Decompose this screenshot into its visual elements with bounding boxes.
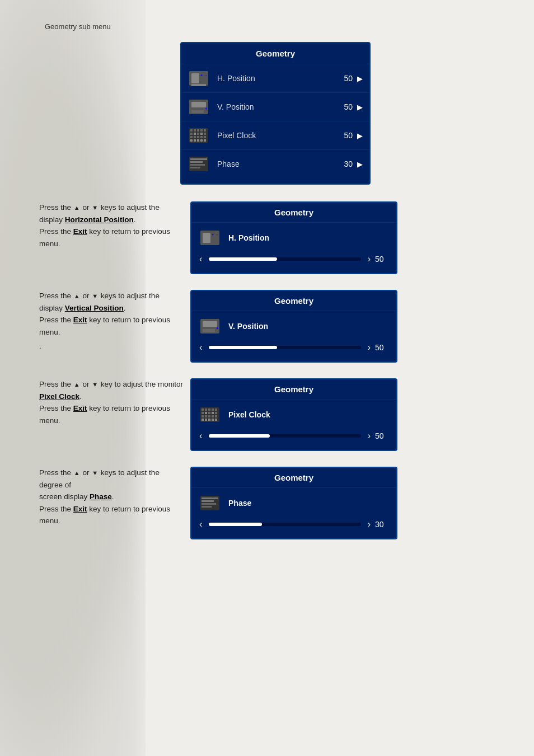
svg-rect-40 xyxy=(203,321,217,327)
svg-rect-60 xyxy=(205,419,207,421)
svg-rect-34 xyxy=(190,167,200,168)
svg-rect-65 xyxy=(202,497,218,499)
slider-left-icon: ‹ xyxy=(199,254,202,264)
menu-row-vposition[interactable]: + V. Position 50 ▶ xyxy=(181,93,369,121)
phase-arrow: ▶ xyxy=(357,160,363,168)
phase-slider-track[interactable] xyxy=(209,523,360,526)
svg-rect-33 xyxy=(190,164,205,166)
page-title: Geometry sub menu xyxy=(45,22,512,31)
vposition-icon: + xyxy=(188,97,209,116)
hposition-slider-track[interactable] xyxy=(209,257,360,261)
svg-rect-59 xyxy=(202,419,204,421)
svg-rect-32 xyxy=(190,161,203,163)
phase-slider-row[interactable]: ‹ › 30 xyxy=(191,516,396,530)
svg-rect-52 xyxy=(212,412,214,414)
section-vposition: Press the or keys to adjust the display … xyxy=(39,290,512,363)
sub-vposition-row: + V. Position xyxy=(191,311,396,339)
svg-rect-25 xyxy=(190,139,193,142)
hposition-label: H. Position xyxy=(217,74,344,83)
svg-rect-46 xyxy=(208,408,210,411)
svg-text:→: → xyxy=(204,73,208,77)
down-arrow-icon xyxy=(92,205,98,211)
svg-rect-19 xyxy=(204,133,206,135)
sub-pixelclock-icon xyxy=(199,405,221,424)
sub-pixelclock-label: Pixel Clock xyxy=(228,410,270,419)
sub-hposition-icon: + → xyxy=(199,228,221,247)
vposition-keyword: Vertical Position xyxy=(65,304,124,312)
svg-rect-44 xyxy=(202,408,204,411)
vslider-right-icon: › xyxy=(368,342,371,353)
slider-right-icon: › xyxy=(368,254,371,264)
vposition-slider-row[interactable]: ‹ › 50 xyxy=(191,339,396,354)
svg-rect-36 xyxy=(203,233,210,243)
pixelclock-slider-fill xyxy=(209,434,270,438)
sub-pixelclock-row: Pixel Clock xyxy=(191,400,396,428)
svg-rect-49 xyxy=(202,412,204,414)
svg-rect-29 xyxy=(204,139,206,142)
main-menu-container: Geometry + → H. Position 50 ▶ xyxy=(39,42,512,185)
svg-rect-48 xyxy=(215,408,217,411)
phase-label: Phase xyxy=(217,159,344,168)
sub-phase-label: Phase xyxy=(228,499,251,508)
svg-rect-12 xyxy=(197,129,199,132)
exit-keyword-1: Exit xyxy=(73,227,87,236)
svg-rect-22 xyxy=(197,136,199,138)
vposition-arrow: ▶ xyxy=(357,103,363,111)
sub-panel-phase: Geometry Phase ‹ › xyxy=(190,467,397,539)
hposition-value: 50 xyxy=(344,74,353,83)
down-arrow-icon-2 xyxy=(92,293,98,299)
section-phase: Press the or keys to adjust the degree o… xyxy=(39,467,512,539)
sub-phase-icon xyxy=(199,494,221,513)
section-hposition: Press the or keys to adjust the display … xyxy=(39,201,512,274)
sub-phase-row: Phase xyxy=(191,488,396,516)
up-arrow-icon xyxy=(74,205,80,211)
svg-rect-4 xyxy=(191,84,206,86)
pixelclock-value: 50 xyxy=(344,131,353,140)
svg-rect-68 xyxy=(202,506,212,508)
hposition-icon: + → xyxy=(188,69,209,88)
svg-rect-6 xyxy=(191,102,206,107)
vslider-left-icon: ‹ xyxy=(199,342,202,353)
phase-slider-fill xyxy=(209,523,262,526)
sub-vposition-icon: + xyxy=(199,317,221,336)
svg-rect-13 xyxy=(200,129,203,132)
sub-panel-pixelclock: Geometry xyxy=(190,378,397,451)
vposition-slider-fill xyxy=(209,346,277,349)
exit-keyword-3: Exit xyxy=(73,404,87,412)
pixelclock-slider-value: 50 xyxy=(375,431,388,440)
menu-row-phase[interactable]: Phase 30 ▶ xyxy=(181,150,369,178)
section-pixelclock-text: Press the or key to adjust the monitor P… xyxy=(39,378,190,426)
svg-rect-66 xyxy=(202,500,214,502)
section-phase-text: Press the or keys to adjust the degree o… xyxy=(39,467,190,527)
svg-text:+: + xyxy=(205,106,208,111)
sub-vposition-label: V. Position xyxy=(228,322,268,331)
phslider-right-icon: › xyxy=(368,519,371,529)
up-arrow-icon-3 xyxy=(74,382,80,388)
svg-rect-15 xyxy=(190,133,193,135)
exit-keyword-2: Exit xyxy=(73,316,87,324)
svg-rect-45 xyxy=(205,408,207,411)
phase-slider-value: 30 xyxy=(375,520,388,529)
main-panel-title: Geometry xyxy=(181,43,369,64)
svg-rect-42 xyxy=(203,329,215,332)
svg-rect-20 xyxy=(190,136,193,138)
pixelclock-slider-track[interactable] xyxy=(209,434,360,438)
phase-icon xyxy=(188,154,209,173)
svg-rect-31 xyxy=(190,158,207,160)
pixelclock-slider-row[interactable]: ‹ › 50 xyxy=(191,428,396,442)
vposition-label: V. Position xyxy=(217,102,344,111)
svg-rect-61 xyxy=(208,419,210,421)
svg-rect-14 xyxy=(204,129,206,132)
sub-panel-pixelclock-title: Geometry xyxy=(191,379,396,400)
menu-row-pixelclock[interactable]: Pixel Clock 50 ▶ xyxy=(181,121,369,150)
svg-text:+: + xyxy=(212,233,214,237)
svg-rect-62 xyxy=(212,419,214,421)
down-arrow-icon-4 xyxy=(92,470,98,476)
hposition-slider-row[interactable]: ‹ › 50 xyxy=(191,251,396,265)
sub-panel-vposition-title: Geometry xyxy=(191,291,396,311)
exit-keyword-4: Exit xyxy=(73,505,87,513)
sub-hposition-row: + → H. Position xyxy=(191,223,396,251)
menu-row-hposition[interactable]: + → H. Position 50 ▶ xyxy=(181,64,369,93)
vposition-slider-track[interactable] xyxy=(209,346,360,349)
svg-rect-17 xyxy=(197,133,199,135)
